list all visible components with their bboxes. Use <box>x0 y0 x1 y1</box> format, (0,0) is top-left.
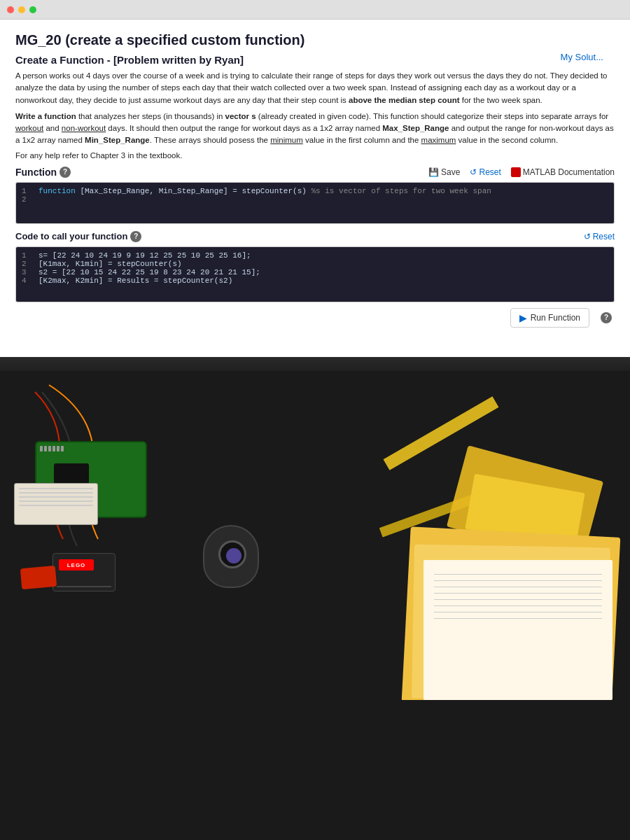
description-1: A person works out 4 days over the cours… <box>15 70 615 106</box>
description-3: For any help refer to Chapter 3 in the t… <box>15 151 615 160</box>
lego-logo: LEGO <box>59 559 94 570</box>
call-code-editor[interactable]: 1 s= [22 24 10 24 19 9 19 12 25 25 10 25… <box>15 246 615 302</box>
call-function-label: Code to call your function ? <box>15 231 141 242</box>
reset-button[interactable]: ↺ Reset <box>470 167 500 177</box>
run-function-button[interactable]: ▶ Run Function <box>510 308 589 328</box>
page-title: MG_20 (create a specified custom functio… <box>15 32 304 48</box>
desk-area: LEGO <box>0 371 630 840</box>
call-reset-icon: ↺ <box>584 232 591 241</box>
function-code-editor[interactable]: 1 function [Max_Step_Range, Min_Step_Ran… <box>15 182 615 224</box>
page-content: MG_20 (create a specified custom functio… <box>0 20 630 371</box>
minimize-button[interactable] <box>18 6 25 13</box>
section-title: Create a Function - [Problem written by … <box>15 54 615 66</box>
reset-icon: ↺ <box>470 167 477 177</box>
function-info-icon[interactable]: ? <box>59 167 71 178</box>
browser-bar <box>0 0 630 20</box>
function-actions: 💾 Save ↺ Reset MATLAB Documentation <box>428 167 615 177</box>
call-code-line-3: 3 s2 = [22 10 15 24 22 25 19 8 23 24 20 … <box>22 268 608 276</box>
paper-stack-white <box>424 560 612 700</box>
save-button[interactable]: 💾 Save <box>428 167 460 177</box>
call-code-line-2: 2 [K1max, K1min] = stepCounter(s) <box>22 260 608 268</box>
code-line-2: 2 <box>22 195 608 204</box>
run-icon: ▶ <box>519 312 527 323</box>
function-section-header: Function ? 💾 Save ↺ Reset MATLAB Documen… <box>15 167 615 178</box>
function-label: Function ? <box>15 167 71 178</box>
description-2: Write a function that analyzes her steps… <box>15 111 615 147</box>
lego-text: LEGO <box>67 562 86 568</box>
code-line-1: 1 function [Max_Step_Range, Min_Step_Ran… <box>22 187 608 195</box>
screen: MG_20 (create a specified custom functio… <box>0 0 630 371</box>
camera-lens <box>218 540 246 568</box>
camera-lens-inner <box>226 548 241 564</box>
lego-device: LEGO <box>52 553 115 592</box>
camera-object <box>203 525 259 588</box>
call-code-line-1: 1 s= [22 24 10 24 19 9 19 12 25 25 10 25… <box>22 251 608 260</box>
call-info-icon[interactable]: ? <box>130 231 141 242</box>
call-code-line-4: 4 [K2max, K2min] = Results = stepCounter… <box>22 276 608 285</box>
my-solutions-link[interactable]: My Solut... <box>561 52 603 62</box>
fullscreen-button[interactable] <box>29 6 36 13</box>
matlab-icon <box>511 167 521 177</box>
desk-bottom <box>0 700 630 840</box>
run-info-icon[interactable]: ? <box>601 312 612 323</box>
red-piece <box>20 566 57 589</box>
call-function-header: Code to call your function ? ↺ Reset <box>15 231 615 242</box>
call-reset-button[interactable]: ↺ Reset <box>584 232 615 241</box>
matlab-doc-link[interactable]: MATLAB Documentation <box>511 167 615 177</box>
breadboard-lines <box>15 484 97 510</box>
electronics-area: LEGO <box>14 413 168 581</box>
close-button[interactable] <box>7 6 14 13</box>
breadboard <box>14 483 98 525</box>
save-icon: 💾 <box>428 167 439 177</box>
paper-lines <box>424 560 612 638</box>
